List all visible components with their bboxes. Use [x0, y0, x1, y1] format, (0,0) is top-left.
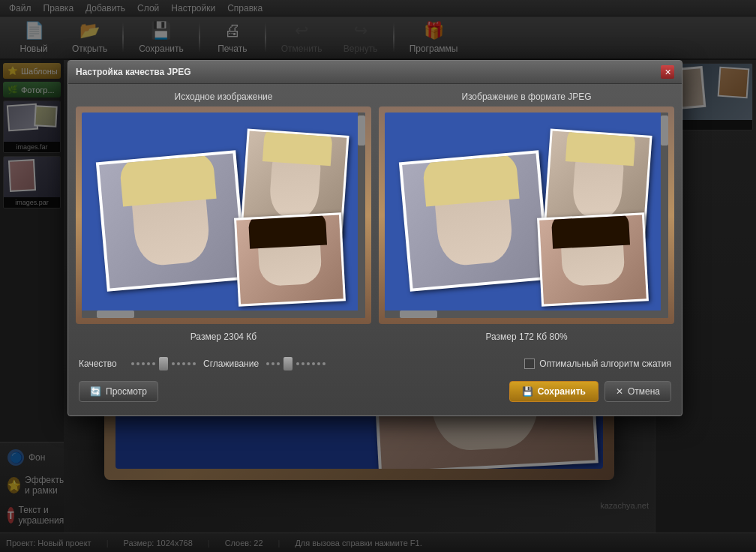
quality-slider[interactable] — [131, 357, 196, 370]
jpeg-size-label: Размер 172 Кб 80% — [379, 328, 674, 345]
dialog-cancel-icon: ✕ — [616, 386, 623, 397]
original-preview-frame — [76, 106, 371, 324]
jpeg-scrollthumb-h — [400, 310, 437, 318]
jpeg-preview-frame — [379, 106, 674, 324]
dot — [272, 362, 274, 365]
dot — [142, 362, 145, 365]
dot — [182, 362, 185, 365]
original-collage — [96, 123, 351, 308]
dialog-cancel-button[interactable]: ✕ Отмена — [604, 381, 671, 402]
original-size-label: Размер 2304 Кб — [76, 328, 371, 345]
preview-button[interactable]: 🔄 Просмотр — [79, 381, 158, 402]
dot — [136, 362, 140, 365]
dot — [307, 362, 310, 365]
dot — [193, 362, 196, 365]
jpeg-scrollthumb-v — [661, 116, 668, 146]
optimal-algorithm-label: Оптимальный алгоритм сжатия — [539, 358, 671, 369]
dialog-save-button[interactable]: 💾 Сохранить — [509, 381, 598, 402]
quality-slider-thumb[interactable] — [159, 357, 168, 370]
controls-row: Качество — [76, 352, 674, 375]
jpeg-preview-label: Изображение в формате JPEG — [379, 92, 674, 102]
jpeg-preview-panel: Изображение в формате JPEG — [379, 92, 674, 345]
jpeg-preview-inner — [385, 112, 668, 318]
dialog-buttons-row: 🔄 Просмотр 💾 Сохранить ✕ Отмена — [76, 375, 674, 408]
jpeg-collage — [399, 123, 654, 308]
dialog-save-label: Сохранить — [538, 386, 586, 397]
dialog-titlebar: Настройка качества JPEG ✕ — [68, 61, 682, 84]
preview-icon: 🔄 — [90, 386, 101, 397]
dialog-title: Настройка качества JPEG — [76, 67, 191, 77]
quality-slider-track — [131, 357, 196, 370]
original-scrollthumb-h — [97, 310, 134, 318]
smoothing-slider-track — [266, 357, 326, 370]
original-scrollbar-v[interactable] — [358, 112, 365, 318]
smoothing-label: Сглаживание — [203, 358, 259, 369]
jpeg-scrollbar-v[interactable] — [661, 112, 668, 318]
dialog-previews: Исходное изображение — [76, 92, 674, 345]
dialog-close-button[interactable]: ✕ — [661, 65, 674, 79]
jpeg-scrollbar-h[interactable] — [385, 310, 668, 318]
dot — [131, 362, 134, 365]
dot — [172, 362, 175, 365]
dot — [266, 362, 269, 365]
dot — [188, 362, 190, 365]
original-preview-label: Исходное изображение — [76, 92, 371, 102]
original-preview-panel: Исходное изображение — [76, 92, 371, 345]
dialog-cancel-label: Отмена — [628, 386, 660, 397]
dot — [322, 362, 326, 365]
dot — [302, 362, 304, 365]
original-scrollthumb-v — [358, 116, 365, 146]
dialog-body: Исходное изображение — [68, 84, 682, 416]
dot — [177, 362, 180, 365]
original-preview-inner — [82, 112, 365, 318]
dot — [152, 362, 155, 365]
dialog-overlay: Настройка качества JPEG ✕ Исходное изобр… — [0, 0, 756, 552]
dot — [147, 362, 150, 365]
jpeg-quality-dialog: Настройка качества JPEG ✕ Исходное изобр… — [68, 60, 682, 416]
dot — [296, 362, 299, 365]
smoothing-slider-thumb[interactable] — [284, 357, 292, 370]
original-scrollbar-h[interactable] — [82, 310, 365, 318]
dot — [277, 362, 280, 365]
dot — [312, 362, 315, 365]
dialog-save-icon: 💾 — [522, 386, 533, 397]
preview-button-label: Просмотр — [106, 386, 147, 397]
optimal-algorithm-row: Оптимальный алгоритм сжатия — [524, 358, 671, 369]
dot — [317, 362, 320, 365]
smoothing-slider[interactable] — [266, 357, 326, 370]
quality-label: Качество — [79, 358, 124, 369]
optimal-algorithm-checkbox[interactable] — [524, 358, 535, 369]
